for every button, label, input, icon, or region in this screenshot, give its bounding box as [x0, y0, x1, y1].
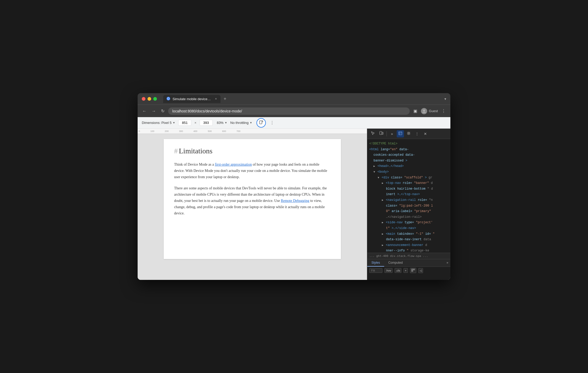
minimize-traffic-light[interactable] — [148, 97, 151, 101]
html-line-side-nav[interactable]: ▶ <side-nav type= "project' — [369, 220, 448, 226]
html-line-aria: 0" aria-label= "primary" — [369, 209, 448, 214]
device-toolbar: Dimensions: Pixel 5 ▼ × 83% ▼ No throttl… — [138, 117, 450, 129]
back-icon-styles: ◁ — [420, 269, 422, 272]
back-button[interactable]: ← — [141, 108, 148, 115]
zoom-label: 83% — [217, 121, 224, 125]
browser-window: Simulate mobile devices with D × + ▾ ← →… — [138, 93, 450, 280]
breadcrumb-bar: ... ght-400 div.stack.flow-spa ... — [367, 253, 450, 259]
html-line-nner: nner--info " storage-ke — [369, 248, 448, 253]
html-line-announcement[interactable]: ▶ <announcement-banner d — [369, 243, 448, 248]
svg-point-2 — [168, 98, 169, 99]
ruler-mark-100: 100 — [150, 130, 154, 133]
styles-panel: Styles Computed » :hov .cls — [367, 259, 450, 280]
profile-area[interactable]: Guest — [421, 108, 438, 114]
title-bar: Simulate mobile devices with D × + ▾ — [138, 93, 450, 105]
rotate-button[interactable] — [256, 118, 266, 128]
styles-filter-input[interactable] — [369, 268, 382, 273]
page-heading: #Limitations — [174, 147, 330, 155]
close-devtools-button[interactable]: ✕ — [422, 130, 429, 137]
extensions-button[interactable]: ▣ — [412, 107, 419, 115]
breadcrumb: ... ght-400 div.stack.flow-spa ... — [369, 254, 428, 258]
settings-icon — [407, 131, 411, 136]
html-line-div-scaffold[interactable]: ▼ <div class= "scaffold" > gr — [369, 175, 448, 181]
tab-close-button[interactable]: × — [215, 97, 217, 101]
more-tools-button[interactable]: » — [388, 130, 396, 137]
more-tools-icon: » — [391, 132, 393, 136]
hash-symbol: # — [174, 147, 178, 155]
style-inspector-button[interactable] — [410, 268, 416, 273]
refresh-button[interactable]: ↻ — [160, 107, 166, 115]
svg-rect-4 — [260, 121, 262, 124]
back-button-styles[interactable]: ◁ — [418, 268, 423, 273]
throttle-dropdown-arrow: ▼ — [250, 121, 252, 124]
ruler-mark-400: 400 — [193, 130, 197, 133]
html-line-inert: inert >…</top-nav> — [369, 192, 448, 197]
html-line-top-nav[interactable]: ▶ <top-nav role= "banner" d — [369, 181, 448, 186]
svg-point-3 — [423, 110, 425, 112]
width-input[interactable] — [178, 120, 191, 126]
close-traffic-light[interactable] — [142, 97, 145, 101]
styles-tab-styles[interactable]: Styles — [367, 259, 384, 267]
cls-button[interactable]: .cls — [395, 268, 402, 273]
more-options-devtools-button[interactable]: ⋮ — [413, 130, 421, 137]
address-bar[interactable] — [168, 107, 410, 115]
styles-tab-more[interactable]: » — [444, 259, 450, 267]
hov-button[interactable]: :hov — [384, 268, 393, 273]
html-panel[interactable]: <!DOCTYPE html> <html lang="en" data- co… — [367, 139, 450, 253]
settings-button[interactable] — [405, 130, 412, 137]
page-content: #Limitations Think of Device Mode as a f… — [164, 139, 341, 259]
inspect-element-button[interactable] — [369, 130, 377, 137]
nav-right-controls: ▣ Guest ⋮ — [412, 107, 447, 115]
svg-rect-5 — [380, 131, 382, 135]
throttle-label: No throttling — [230, 121, 249, 125]
chrome-favicon-icon — [166, 97, 170, 101]
device-toolbar-more-button[interactable]: ⋮ — [269, 119, 275, 126]
more-options-button[interactable]: ⋮ — [440, 107, 447, 115]
tab-menu-button[interactable]: ▾ — [444, 97, 446, 101]
svg-rect-7 — [399, 132, 402, 135]
device-dropdown-arrow: ▼ — [173, 121, 175, 124]
forward-button[interactable]: → — [150, 108, 157, 115]
profile-icon — [421, 108, 427, 114]
page-viewport: 0 100 200 300 400 500 600 700 #Limitatio… — [138, 129, 367, 280]
elements-button[interactable] — [397, 130, 404, 137]
devtools-toolbar: » — [367, 129, 450, 139]
active-tab[interactable]: Simulate mobile devices with D × — [163, 95, 220, 103]
html-line-main[interactable]: ▶ <main tabindex= "-1" id= " — [369, 231, 448, 237]
height-input[interactable] — [200, 120, 213, 126]
styles-tab-computed[interactable]: Computed — [384, 259, 407, 267]
html-line-head[interactable]: ▶ <head>…</head> — [369, 164, 448, 169]
style-inspector-icon — [411, 269, 415, 272]
main-area: 0 100 200 300 400 500 600 700 #Limitatio… — [138, 129, 450, 280]
ruler-mark-300: 300 — [179, 130, 183, 133]
remote-debugging-link[interactable]: Remote Debugging — [281, 199, 309, 203]
svg-point-8 — [408, 133, 409, 134]
html-line-body[interactable]: ▼ <body> — [369, 169, 448, 175]
more-options-devtools-icon: ⋮ — [415, 132, 419, 136]
add-style-button[interactable]: + — [403, 268, 408, 273]
html-line-banner: banner-dismissed > — [369, 158, 448, 164]
navigation-bar: ← → ↻ ▣ Guest ⋮ — [138, 105, 450, 117]
tabs-area: Simulate mobile devices with D × + ▾ — [163, 95, 446, 103]
new-tab-button[interactable]: + — [222, 95, 229, 103]
zoom-selector[interactable]: 83% ▼ — [217, 121, 227, 125]
ruler-mark-0: 0 — [139, 130, 140, 133]
device-selector[interactable]: Dimensions: Pixel 5 ▼ — [142, 121, 175, 125]
close-devtools-icon: ✕ — [424, 132, 427, 136]
device-mode-button[interactable] — [378, 130, 385, 137]
first-order-link[interactable]: first-order approximation — [215, 163, 252, 166]
throttle-selector[interactable]: No throttling ▼ — [230, 121, 252, 125]
zoom-dropdown-arrow: ▼ — [225, 121, 227, 124]
maximize-traffic-light[interactable] — [153, 97, 157, 101]
html-line-data-side: data-side-nav-inert data — [369, 237, 448, 243]
rotate-icon — [259, 120, 264, 126]
profile-label: Guest — [429, 109, 438, 113]
html-line-side-nav-close: t" >…</side-nav> — [369, 226, 448, 231]
devtools-panel: » — [367, 129, 450, 280]
html-line-nav-rail[interactable]: ▶ <navigation-rail role= "n — [369, 197, 448, 203]
svg-rect-11 — [412, 270, 413, 272]
device-name-label: Dimensions: Pixel 5 — [142, 121, 172, 125]
dimension-separator: × — [194, 121, 197, 125]
ruler-mark-200: 200 — [165, 130, 169, 133]
extensions-icon: ▣ — [413, 109, 417, 113]
